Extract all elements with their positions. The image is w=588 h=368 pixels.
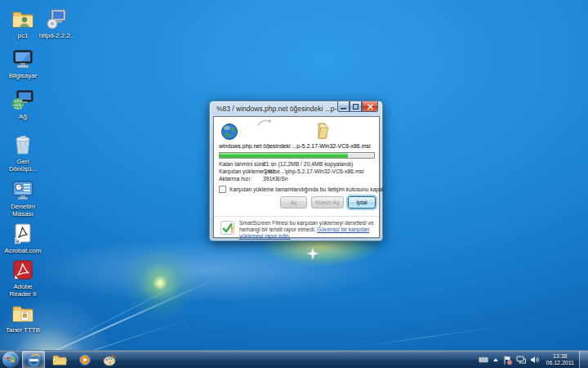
- destination-folder-icon: [314, 121, 333, 141]
- volume-icon[interactable]: [530, 356, 539, 364]
- open-button[interactable]: Aç: [280, 196, 307, 209]
- row-value: 21 sn (12,2MB / 20,4MB kopyalandı): [263, 161, 353, 167]
- dialog-titlebar[interactable]: %83 / windows.php.net öğesindeki ...p-5.…: [216, 103, 345, 114]
- desktop-icon-label: Bilgisayar: [4, 72, 42, 79]
- acrobat-com-shortcut-icon: [11, 222, 35, 246]
- desktop-icon-adobe-reader[interactable]: Adobe Reader 9: [4, 258, 42, 298]
- row-value: C:\Use...\php-5.2.17-Win32-VC6-x86.msi: [263, 168, 364, 174]
- row-value: 391KB/Sn: [263, 176, 288, 182]
- row-label: Kalan tahmini süre:: [219, 161, 266, 167]
- media-player-icon: [78, 353, 91, 366]
- globe-icon: [220, 123, 238, 141]
- taskbar: 13:38 06.12.2011: [0, 350, 588, 368]
- installer-package-icon: [44, 7, 69, 31]
- shared-folder-icon: [11, 7, 35, 31]
- desktop-icon-httpd-installer[interactable]: httpd-2.2.2..: [38, 7, 75, 39]
- control-panel-icon: [11, 177, 35, 202]
- cancel-button[interactable]: İptal: [348, 196, 376, 209]
- desktop-icon-label: Adobe Reader 9: [4, 283, 42, 298]
- action-center-flag-icon[interactable]: [503, 356, 512, 365]
- smartscreen-text: SmartScreen Filtresi bu karşıdan yükleme…: [239, 220, 375, 240]
- checkbox-label: Karşıdan yükleme tamamlandığında bu ilet…: [229, 186, 384, 192]
- taskbar-paint-button[interactable]: [98, 351, 121, 368]
- desktop-icon-pc1[interactable]: pc1: [4, 7, 42, 39]
- network-places-icon: [11, 88, 35, 112]
- system-tray: 13:38 06.12.2011: [479, 351, 577, 368]
- taskbar-media-player-button[interactable]: [74, 351, 96, 368]
- download-progress-bar: [219, 152, 375, 159]
- windows-logo-icon: [6, 355, 16, 365]
- start-button[interactable]: [2, 352, 19, 368]
- show-hidden-icons-button[interactable]: [492, 357, 499, 362]
- taskbar-clock[interactable]: 13:38 06.12.2011: [543, 353, 577, 366]
- progress-fill: [220, 153, 348, 158]
- desktop-icon-computer[interactable]: Bilgisayar: [4, 47, 42, 79]
- desktop-icon-label: Ağ: [4, 113, 42, 120]
- minimize-icon: [341, 104, 346, 110]
- desktop-icon-network[interactable]: Ağ: [4, 88, 42, 120]
- wallpaper-streak: [42, 268, 210, 354]
- show-desktop-button[interactable]: [579, 351, 588, 368]
- close-button[interactable]: [362, 101, 378, 112]
- adobe-reader-icon: [11, 258, 35, 282]
- paint-icon: [103, 354, 117, 366]
- minimize-button[interactable]: [337, 101, 350, 112]
- desktop-icon-label: pc1: [4, 32, 42, 39]
- smartscreen-check-icon: [220, 221, 234, 235]
- taskbar-explorer-button[interactable]: [48, 351, 71, 368]
- desktop-icon-label: Geri Dönüşü...: [4, 158, 42, 173]
- desktop-icon-label: Acrobat.com: [4, 247, 42, 254]
- row-label: Aktarma hızı:: [219, 176, 252, 182]
- desktop-icon-label: Taner TTTB: [4, 326, 42, 334]
- desktop-icon-acrobat-com[interactable]: Acrobat.com: [4, 222, 42, 254]
- tray-keyboard-icon[interactable]: [479, 357, 488, 363]
- maximize-button[interactable]: [350, 101, 362, 112]
- clock-time: 13:38: [546, 353, 574, 360]
- close-when-done-checkbox[interactable]: [219, 186, 226, 193]
- internet-explorer-icon: [27, 353, 41, 367]
- dialog-body: windows.php.net öğesindeki ...p-5.2.17-W…: [213, 116, 380, 238]
- close-icon: [368, 104, 373, 110]
- desktop-icon-label: httpd-2.2.2..: [38, 32, 75, 39]
- wallpaper-streak: [344, 325, 506, 349]
- desktop-icon-recycle-bin[interactable]: Geri Dönüşü...: [4, 132, 42, 173]
- smartscreen-separator: [214, 216, 379, 217]
- maximize-icon: [353, 104, 359, 110]
- download-dialog: %83 / windows.php.net öğesindeki ...p-5.…: [209, 101, 383, 241]
- desktop-icon-taner-folder[interactable]: Taner TTTB: [4, 301, 42, 334]
- open-folder-button[interactable]: Klasör Aç: [311, 196, 344, 209]
- recycle-bin-icon: [11, 132, 35, 157]
- clock-date: 06.12.2011: [546, 360, 574, 366]
- desktop-icon-control-panel[interactable]: Denetim Masası: [4, 177, 42, 218]
- download-filename: windows.php.net öğesindeki ...p-5.2.17-W…: [219, 143, 376, 149]
- network-status-icon[interactable]: [516, 356, 526, 364]
- folder-icon: [52, 354, 67, 366]
- desktop-icon-label: Denetim Masası: [4, 203, 42, 218]
- taskbar-internet-explorer-button[interactable]: [22, 351, 45, 368]
- locked-folder-icon: [11, 301, 35, 325]
- computer-icon: [11, 47, 35, 71]
- download-animation-arrow-icon: [256, 118, 273, 128]
